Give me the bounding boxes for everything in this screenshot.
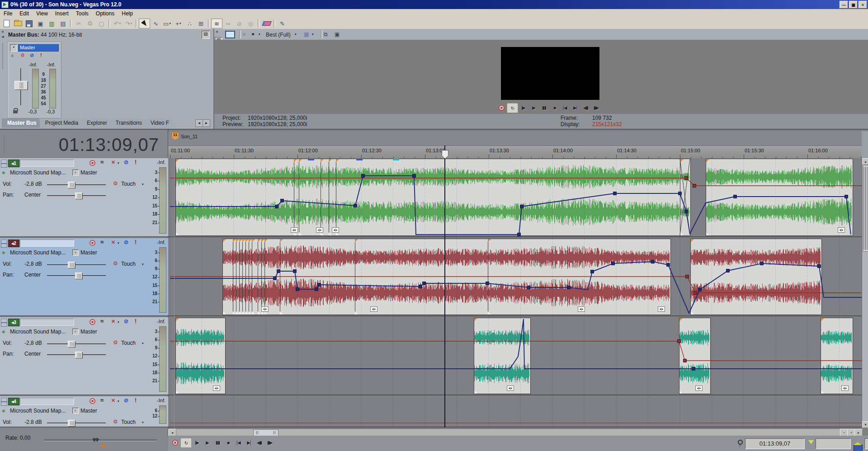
stop-button[interactable]: ■ bbox=[223, 438, 233, 447]
event-corner-icon[interactable] bbox=[321, 232, 324, 235]
fade-corner-icon[interactable] bbox=[258, 239, 261, 242]
menu-tools[interactable]: Tools bbox=[72, 9, 92, 18]
vol-value[interactable]: -2.8 dB bbox=[24, 419, 42, 425]
track-motion-button[interactable]: ⊞ bbox=[195, 19, 207, 28]
device-name-label[interactable]: Microsoft Sound Map... bbox=[10, 408, 71, 414]
event-corner-icon[interactable] bbox=[679, 390, 683, 394]
panel-grip[interactable] bbox=[2, 43, 5, 69]
mute-bus-icon[interactable]: ⊘ bbox=[30, 52, 34, 58]
event-group-icon[interactable]: ◂|▸ bbox=[695, 385, 703, 391]
project-properties-button[interactable]: ▣ bbox=[35, 19, 46, 28]
record-arm-button[interactable] bbox=[90, 398, 95, 404]
event-corner-icon[interactable] bbox=[474, 390, 477, 394]
automation-mode-label[interactable]: Touch bbox=[121, 261, 136, 267]
status-timecode-field[interactable]: 01:13:09,07 bbox=[745, 438, 805, 449]
stop-button[interactable]: ■ bbox=[549, 103, 560, 112]
phase-button[interactable]: ! bbox=[135, 239, 137, 245]
device-name-label[interactable]: Microsoft Sound Map... bbox=[10, 249, 71, 256]
master-name-field[interactable]: Master bbox=[18, 44, 59, 52]
pan-slider-handle[interactable] bbox=[75, 352, 83, 358]
event-corner-icon[interactable] bbox=[488, 311, 491, 315]
marker-bar[interactable] bbox=[168, 131, 862, 146]
event-corner-icon[interactable] bbox=[233, 311, 236, 315]
previous-frame-button[interactable]: ◀▮ bbox=[254, 438, 264, 447]
menu-options[interactable]: Options bbox=[92, 9, 118, 18]
vol-slider-groove[interactable] bbox=[47, 264, 106, 266]
vol-slider-handle[interactable] bbox=[68, 420, 75, 427]
open-project-button[interactable] bbox=[12, 19, 24, 28]
audio-event[interactable] bbox=[821, 318, 853, 394]
phase-button[interactable]: ! bbox=[135, 159, 137, 165]
vol-value[interactable]: -2,8 dB bbox=[24, 261, 42, 267]
fade-corner-icon[interactable] bbox=[223, 239, 226, 242]
audio-event[interactable] bbox=[679, 318, 711, 394]
event-group-icon[interactable]: ◂|▸ bbox=[316, 227, 323, 233]
event-group-icon[interactable]: ◂|▸ bbox=[507, 385, 514, 391]
quality-icon-dropdown[interactable]: ▾ bbox=[259, 33, 260, 36]
audio-event[interactable] bbox=[690, 239, 822, 315]
event-corner-icon[interactable] bbox=[258, 311, 261, 315]
horizontal-scrollbar[interactable]: ◂ − + ▸ bbox=[168, 428, 862, 436]
tab-scroll-right-button[interactable]: ► bbox=[203, 119, 210, 127]
mute-dropdown[interactable]: ▾ bbox=[118, 161, 119, 165]
track-maximize-button[interactable] bbox=[1, 323, 7, 327]
device-chain-icon[interactable]: ◈ bbox=[2, 408, 5, 413]
fade-corner-icon[interactable] bbox=[261, 239, 264, 242]
preview-quality-icon[interactable]: ● bbox=[251, 31, 255, 37]
previous-frame-button[interactable]: ◀▮ bbox=[580, 103, 591, 112]
audio-event[interactable] bbox=[175, 159, 681, 236]
rate-slider-groove[interactable] bbox=[44, 440, 157, 441]
track-minimize-button[interactable] bbox=[1, 319, 7, 323]
preview-quality-label[interactable]: Best (Full) bbox=[266, 32, 291, 38]
vol-slider-handle[interactable] bbox=[68, 262, 75, 268]
fade-corner-icon[interactable] bbox=[821, 318, 824, 321]
play-from-start-button[interactable]: |▶ bbox=[192, 438, 202, 447]
event-corner-icon[interactable] bbox=[691, 311, 694, 315]
paste-button[interactable]: ▢ bbox=[96, 19, 107, 28]
event-group-icon[interactable]: ◂|▸ bbox=[658, 306, 665, 312]
edit-details-button[interactable]: ▤ bbox=[57, 19, 69, 28]
next-frame-button[interactable]: ▮▶ bbox=[591, 103, 601, 112]
fade-corner-icon[interactable] bbox=[679, 318, 683, 321]
selection-edit-tool-dropdown[interactable]: ▾ bbox=[169, 22, 171, 25]
fade-corner-icon[interactable] bbox=[252, 239, 255, 242]
automation-dropdown[interactable]: ▾ bbox=[142, 421, 144, 424]
track-envelope-icon[interactable]: ≈ bbox=[100, 318, 104, 324]
copy-button[interactable]: ⧉ bbox=[85, 19, 96, 28]
fade-corner-icon[interactable] bbox=[355, 239, 358, 242]
phase-button[interactable]: ! bbox=[135, 318, 137, 324]
event-corner-icon[interactable] bbox=[176, 390, 179, 394]
track-minimize-button[interactable] bbox=[1, 160, 7, 164]
automation-mode-label[interactable]: Touch bbox=[121, 340, 136, 346]
bus-fx-icon[interactable]: ⚙ bbox=[20, 52, 25, 58]
master-bus-icon[interactable]: ▪ bbox=[10, 44, 17, 52]
master-fader-handle[interactable] bbox=[14, 81, 28, 90]
quality-dropdown[interactable]: ▾ bbox=[295, 33, 297, 36]
record-button[interactable] bbox=[496, 103, 507, 112]
pin-panel-icon[interactable]: ◄ bbox=[1, 35, 5, 39]
event-group-icon[interactable]: ◂|▸ bbox=[578, 306, 585, 312]
tab-project-media[interactable]: Project Media bbox=[40, 118, 85, 128]
normal-edit-tool-button[interactable] bbox=[139, 19, 150, 28]
vol-slider-groove[interactable] bbox=[47, 423, 106, 424]
copy-snapshot-icon[interactable]: ⧉ bbox=[324, 31, 328, 38]
record-arm-button[interactable] bbox=[90, 319, 95, 325]
fade-corner-icon[interactable] bbox=[329, 159, 332, 162]
vol-slider-handle[interactable] bbox=[68, 182, 75, 188]
ignore-event-grouping-button[interactable]: ⊘ bbox=[234, 19, 245, 28]
close-button[interactable]: × bbox=[859, 1, 867, 9]
tab-transitions[interactable]: Transitions bbox=[110, 118, 149, 128]
go-to-start-button[interactable]: |◀ bbox=[233, 438, 244, 447]
audio-event[interactable] bbox=[680, 159, 691, 236]
record-button[interactable] bbox=[170, 438, 180, 447]
automation-mode-label[interactable]: Touch bbox=[121, 419, 136, 425]
automation-mode-label[interactable]: Touch bbox=[121, 181, 136, 187]
track-envelope-icon[interactable]: ≈ bbox=[100, 159, 104, 165]
selection-edit-tool-button[interactable]: ▭▾ bbox=[161, 19, 173, 28]
automation-dropdown[interactable]: ▾ bbox=[142, 342, 144, 345]
fade-corner-icon[interactable] bbox=[264, 239, 268, 242]
external-monitor-icon[interactable] bbox=[225, 31, 235, 38]
pan-slider-handle[interactable] bbox=[75, 272, 83, 279]
fade-corner-icon[interactable] bbox=[236, 239, 239, 242]
event-corner-icon[interactable] bbox=[280, 311, 283, 315]
